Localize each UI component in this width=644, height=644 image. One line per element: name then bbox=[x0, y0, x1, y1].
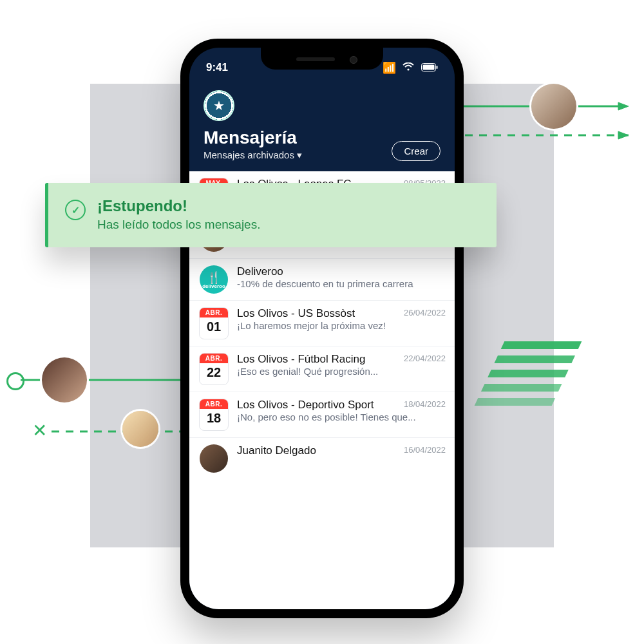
message-date: 22/04/2022 bbox=[404, 354, 446, 363]
battery-icon bbox=[421, 62, 438, 74]
toast-title: ¡Estupendo! bbox=[97, 197, 260, 215]
svg-marker-1 bbox=[618, 102, 629, 110]
page-title: Mensajería bbox=[204, 128, 302, 148]
message-row[interactable]: deliverooDeliveroo -10% de descuento en … bbox=[189, 258, 455, 300]
toast-success: ✓ ¡Estupendo! Has leído todos los mensaj… bbox=[45, 183, 497, 247]
calendar-icon: ABR.22 bbox=[198, 353, 229, 385]
node-x-icon: ✕ bbox=[32, 422, 47, 440]
svg-rect-9 bbox=[437, 66, 438, 69]
message-title: Deliveroo bbox=[237, 265, 446, 278]
calendar-icon: ABR.18 bbox=[198, 399, 229, 431]
message-row[interactable]: ABR.18Los Olivos - Deportivo Sport ¡No, … bbox=[189, 392, 455, 437]
message-row[interactable]: Juanito Delgado 16/04/2022 bbox=[189, 437, 455, 479]
chevron-down-icon: ▾ bbox=[297, 149, 302, 160]
cal-month: ABR. bbox=[200, 399, 228, 409]
cal-month: ABR. bbox=[200, 308, 228, 317]
avatar bbox=[198, 444, 229, 473]
arrow-right-dashed bbox=[451, 129, 644, 155]
avatar-deco-2 bbox=[42, 357, 87, 402]
message-preview: -10% de descuento en tu primera carrera bbox=[237, 278, 446, 289]
filter-dropdown[interactable]: Mensajes archivados ▾ bbox=[204, 149, 302, 161]
calendar-icon: ABR.01 bbox=[198, 307, 229, 339]
message-date: 26/04/2022 bbox=[404, 308, 446, 317]
message-date: 16/04/2022 bbox=[404, 445, 446, 455]
status-time: 9:41 bbox=[206, 61, 228, 74]
message-preview: ¡No, pero eso no es posible! Tienes que.… bbox=[237, 412, 446, 422]
svg-marker-3 bbox=[618, 131, 629, 139]
message-date: 18/04/2022 bbox=[404, 399, 446, 409]
avatar-deco-1 bbox=[531, 84, 576, 129]
header: Mensajería Mensajes archivados ▾ Crear bbox=[189, 128, 455, 171]
cal-day: 01 bbox=[207, 317, 221, 334]
phone-frame: 9:41 📶 Mensajería Mensajes archivado bbox=[180, 39, 464, 618]
phone-notch bbox=[261, 48, 383, 70]
stage: ✕ 9:41 📶 Men bbox=[0, 0, 644, 644]
cal-month: ABR. bbox=[200, 354, 228, 363]
filter-label: Mensajes archivados bbox=[204, 149, 294, 160]
message-row[interactable]: ABR.22Los Olivos - Fútbol Racing ¡Eso es… bbox=[189, 346, 455, 392]
status-icons: 📶 bbox=[379, 61, 438, 75]
check-circle-icon: ✓ bbox=[65, 200, 86, 220]
phone-screen: 9:41 📶 Mensajería Mensajes archivado bbox=[189, 48, 455, 609]
deliveroo-icon: deliveroo bbox=[198, 265, 229, 294]
cal-day: 18 bbox=[207, 409, 221, 426]
message-preview: ¡Eso es genial! Qué progresión... bbox=[237, 366, 446, 377]
create-button[interactable]: Crear bbox=[392, 141, 440, 161]
club-logo[interactable] bbox=[204, 90, 234, 121]
signal-icon: 📶 bbox=[383, 62, 396, 74]
wifi-icon bbox=[402, 62, 417, 74]
svg-rect-8 bbox=[423, 64, 435, 70]
message-preview: ¡Lo haremos mejor la próxima vez! bbox=[237, 320, 446, 331]
cal-day: 22 bbox=[207, 363, 221, 380]
message-row[interactable]: ABR.01Los Olivos - US Bossòst ¡Lo haremo… bbox=[189, 300, 455, 346]
toast-subtitle: Has leído todos los mensajes. bbox=[97, 218, 260, 232]
svg-point-6 bbox=[408, 68, 410, 70]
avatar-deco-3 bbox=[122, 411, 158, 447]
